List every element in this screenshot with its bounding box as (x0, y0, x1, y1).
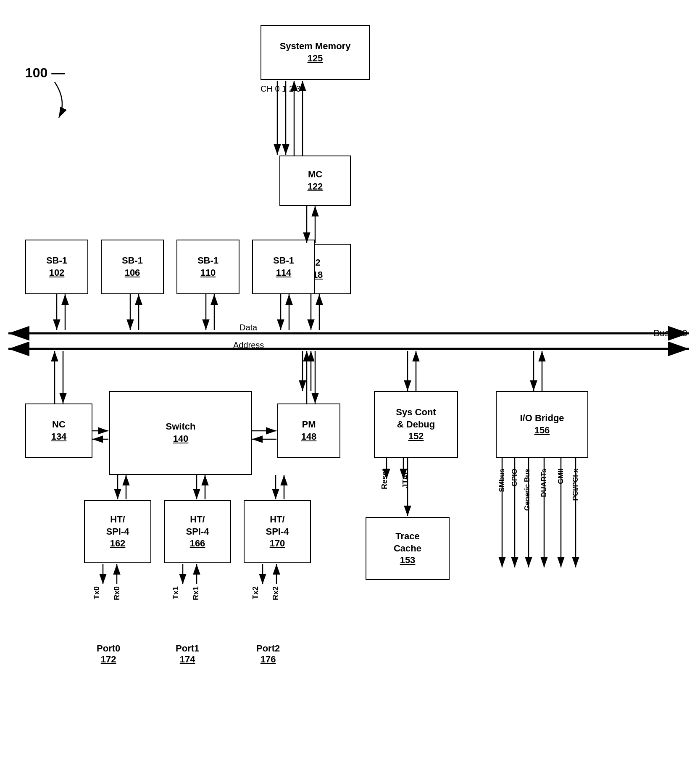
rx0-label: Rx0 (113, 586, 121, 600)
port0-label: Port0 172 (97, 643, 120, 665)
system-memory-box: System Memory 125 (261, 25, 370, 80)
sb1-110-box: SB-1 110 (176, 240, 239, 294)
bus-label: Bus 130 (653, 328, 687, 339)
pm-box: PM 148 (277, 403, 340, 458)
tx1-label: Tx1 (171, 586, 180, 599)
rx1-label: Rx1 (192, 586, 200, 600)
io-bridge-box: I/O Bridge 156 (496, 391, 588, 458)
sb1-114-box: SB-1 114 (252, 240, 315, 294)
system-memory-num: 125 (308, 53, 323, 65)
sys-cont-box: Sys Cont& Debug 152 (374, 391, 458, 458)
tx2-label: Tx2 (251, 586, 260, 599)
address-label: Address (233, 340, 264, 350)
gmii-label: GMII (557, 469, 565, 484)
sb1-106-box: SB-1 106 (101, 240, 164, 294)
ht-spi4-166-box: HT/SPI-4 166 (164, 500, 231, 563)
diagram-ref-label: 100 — (25, 65, 65, 81)
mc-label: MC (308, 169, 322, 181)
port1-label: Port1 174 (176, 643, 199, 665)
ht-spi4-162-box: HT/SPI-4 162 (84, 500, 151, 563)
tx0-label: Tx0 (92, 586, 101, 599)
duarts-label: DUARTs (540, 469, 548, 497)
diagram: 100 — System Memory 125 CH 0 1 2 3 MC 12… (0, 0, 700, 770)
rx2-label: Rx2 (271, 586, 280, 600)
trace-cache-box: TraceCache 153 (366, 517, 450, 580)
data-label: Data (239, 323, 257, 332)
gpio-label: GPIO (511, 469, 519, 487)
mc-num: 122 (308, 181, 323, 193)
smbus-label: SMbus (498, 469, 506, 492)
pci-label: PCI/PCI-x (571, 469, 580, 501)
sb1-102-box: SB-1 102 (25, 240, 88, 294)
system-memory-label: System Memory (280, 40, 351, 53)
ht-spi4-170-box: HT/SPI-4 170 (244, 500, 311, 563)
generic-bus-label: Generic Bus (523, 469, 532, 511)
port2-label: Port2 176 (256, 643, 280, 665)
ch-label: CH 0 1 2 3 (261, 84, 301, 94)
reset-label: Reset (380, 469, 389, 489)
mc-box: MC 122 (279, 156, 351, 206)
jtag-label: JTAG (401, 469, 410, 488)
nc-box: NC 134 (25, 403, 92, 458)
switch-box: Switch 140 (109, 391, 252, 475)
